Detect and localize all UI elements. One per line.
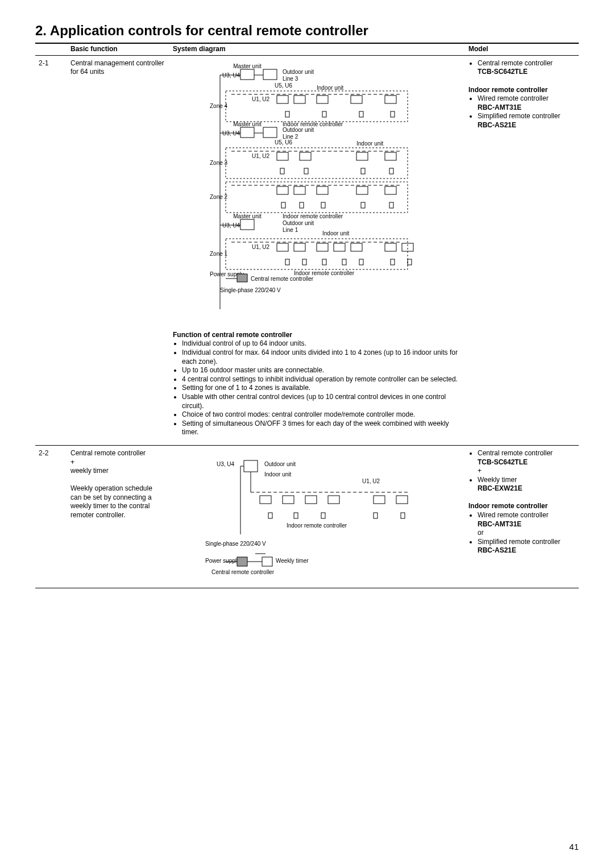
row-func: Central remote controller + weekly timer… [67, 445, 169, 588]
spec-table: Basic function System diagram Model 2-1 … [35, 44, 579, 588]
outdoor-label: Outdoor unit [264, 461, 296, 467]
outdoor-label: Outdoor unit [283, 69, 314, 75]
zone3-label: Zone 3 [210, 160, 228, 166]
row-func: Central management controller for 64 uni… [67, 55, 169, 445]
model-code: RBC-AS21E [478, 121, 516, 129]
outdoor-label: Outdoor unit [283, 220, 314, 226]
list-item: Central remote controller TCB-SC642TLE [478, 59, 574, 77]
col-model-header: Model [465, 44, 579, 55]
master-unit-label: Master unit [233, 213, 262, 219]
list-item: Simplified remote controller RBC-AS21E [478, 538, 574, 555]
list-item: Setting for one of 1 to 4 zones is avail… [182, 384, 460, 393]
list-item: Weekly timer RBC-EXW21E [478, 476, 574, 493]
master-unit-label: Master unit [233, 63, 262, 69]
indoor-unit-label: Indoor unit [356, 140, 383, 147]
row-num: 2-2 [35, 445, 67, 588]
list-item: Usable with other central control device… [182, 393, 460, 410]
indoor-unit-label: Indoor unit [322, 230, 349, 236]
weekly-timer-label: Weekly timer [276, 558, 309, 564]
model-code: RBC-AS21E [478, 546, 516, 554]
header-row: Basic function System diagram Model [35, 44, 579, 55]
list-item: Wired remote controller RBC-AMT31E or [478, 511, 574, 538]
zone4-label: Zone 4 [210, 103, 228, 109]
row-diagram: Master unit U3, U4 Outdoor unit Line 3 U… [169, 55, 465, 445]
u1u2-label: U1, U2 [252, 153, 270, 159]
outdoor-label: Outdoor unit [283, 127, 314, 133]
table-row: 2-2 Central remote controller + weekly t… [35, 445, 579, 588]
svg-rect-25 [237, 557, 247, 566]
page-number: 41 [569, 841, 579, 853]
system-diagram-2: U3, U4 Outdoor unit Indoor unit U1, U2 [173, 449, 460, 580]
model-subhead: Indoor remote controller [468, 86, 547, 94]
list-item: 4 central control settings to inhibit in… [182, 375, 460, 384]
row-model: Central remote controller TCB-SC642TLE I… [465, 55, 579, 445]
row-model: Central remote controller TCB-SC642TLE +… [465, 445, 579, 588]
model-code: TCB-SC642TLE [478, 458, 528, 466]
list-item: Wired remote controller RBC-AMT31E [478, 94, 574, 112]
row-num: 2-1 [35, 55, 67, 445]
model-code: RBC-AMT31E [478, 520, 521, 528]
section-heading: 2. Application controls for central remo… [35, 22, 579, 39]
central-label: Central remote controller [211, 569, 275, 575]
function-list: Individual control of up to 64 indoor un… [173, 339, 460, 437]
list-item: Simplified remote controller RBC-AS21E [478, 112, 574, 130]
u1u2-label: U1, U2 [252, 96, 270, 102]
u3u4-label: U3, U4 [217, 461, 235, 467]
master-unit-label: Master unit [233, 121, 262, 127]
list-item: Up to 16 outdoor master units are connec… [182, 366, 460, 375]
diagram-svg: Master unit U3, U4 Outdoor unit Line 3 U… [173, 59, 460, 321]
row-note: Weekly operation schedule can be set by … [70, 484, 152, 519]
phase-label: Single-phase 220/240 V [205, 541, 266, 547]
phase-label: Single-phase 220/240 V [220, 287, 281, 293]
list-item: Setting of simultaneous ON/OFF 3 times f… [182, 420, 460, 437]
model-sublist: Wired remote controller RBC-AMT31E or Si… [468, 511, 574, 555]
zone2-label: Zone 2 [210, 194, 228, 200]
model-sublist: Wired remote controller RBC-AMT31E Simpl… [468, 94, 574, 130]
col-diag-header: System diagram [169, 44, 465, 55]
list-item: Individual control for max. 64 indoor un… [182, 348, 460, 366]
table-row: 2-1 Central management controller for 64… [35, 55, 579, 445]
svg-rect-26 [262, 557, 272, 566]
indoor-rc-label: Indoor remote controller [283, 213, 343, 219]
indoor-rc-label: Indoor remote controller [287, 522, 347, 529]
table-bottom-rule [35, 588, 579, 588]
model-code: TCB-SC642TLE [478, 68, 528, 76]
line3-label: Line 3 [283, 76, 298, 82]
indoor-unit-label: Indoor unit [264, 471, 291, 477]
model-subhead: Indoor remote controller [468, 502, 547, 510]
list-item: Central remote controller TCB-SC642TLE + [478, 449, 574, 476]
u1u2-label: U1, U2 [362, 478, 380, 484]
svg-rect-17 [237, 274, 247, 282]
central-label: Central remote controller [251, 276, 314, 282]
list-item: Individual control of up to 64 indoor un… [182, 339, 460, 348]
system-diagram-1: Master unit U3, U4 Outdoor unit Line 3 U… [173, 59, 460, 321]
u1u2-label: U1, U2 [252, 244, 270, 250]
row-diagram: U3, U4 Outdoor unit Indoor unit U1, U2 [169, 445, 465, 588]
zone1-label: Zone 1 [210, 251, 228, 257]
model-code: RBC-EXW21E [478, 484, 522, 492]
line1-label: Line 1 [283, 227, 298, 233]
function-heading: Function of central remote controller [173, 331, 460, 340]
page: 2. Application controls for central remo… [0, 0, 614, 868]
power-label: Power supply [205, 558, 239, 564]
u5u6-label: U5, U6 [275, 139, 293, 146]
model-list: Central remote controller TCB-SC642TLE [468, 59, 574, 77]
list-item: Choice of two control modes: central con… [182, 410, 460, 420]
indoor-unit-label: Indoor unit [317, 85, 343, 91]
col-func-header: Basic function [67, 44, 169, 55]
u5u6-label: U5, U6 [275, 82, 293, 89]
diagram-svg: U3, U4 Outdoor unit Indoor unit U1, U2 [173, 449, 460, 580]
col-num-header [35, 44, 67, 55]
model-list: Central remote controller TCB-SC642TLE +… [468, 449, 574, 493]
svg-rect-19 [244, 460, 258, 472]
model-code: RBC-AMT31E [478, 103, 521, 111]
